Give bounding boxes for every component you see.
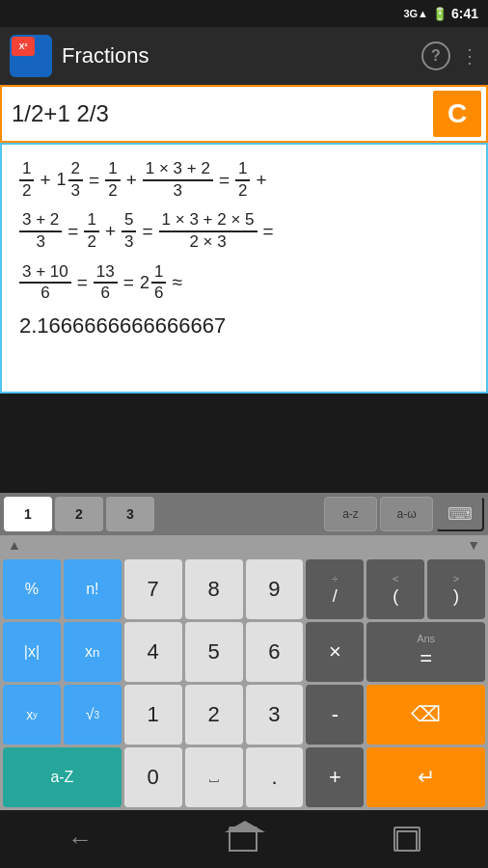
- key-power[interactable]: xn: [64, 622, 122, 682]
- frac-cross: 1 × 3 + 2 × 5 2 × 3: [159, 210, 258, 252]
- decimal-result: 2.1666666666666667: [19, 313, 469, 339]
- keyboard-area: 1 2 3 a-z a-ω ⌨ ▲ ▼ % n! 7 8 9 ÷ / < ( >…: [0, 493, 488, 810]
- time-display: 6:41: [451, 6, 478, 21]
- frac-half-1: 1 2: [19, 159, 34, 201]
- key-4[interactable]: 4: [124, 622, 182, 682]
- frac-5-3: 5 3: [122, 210, 136, 252]
- tab-az[interactable]: a-z: [324, 497, 377, 531]
- battery-icon: 🔋: [432, 7, 447, 21]
- math-line-2: 3 + 2 3 = 1 2 + 5 3 = 1 × 3 + 2 × 5 2 × …: [19, 210, 469, 252]
- math-line-1: 1 2 + 1 2 3 = 1 2 + 1 × 3 + 2 3 = 1 2 +: [19, 159, 469, 201]
- header-icons: ? ⋮: [421, 41, 478, 70]
- app-logo: X²: [10, 35, 52, 77]
- key-backspace[interactable]: ⌫: [366, 685, 485, 745]
- key-0[interactable]: 0: [124, 747, 182, 807]
- key-minus[interactable]: -: [306, 685, 364, 745]
- nav-bar: ←: [0, 810, 488, 868]
- tab-row: 1 2 3 a-z a-ω ⌨: [0, 493, 488, 535]
- key-az-switch[interactable]: a-Z: [3, 747, 122, 807]
- key-plus[interactable]: +: [306, 747, 364, 807]
- key-abs[interactable]: |x|: [3, 622, 61, 682]
- recent-button[interactable]: [393, 827, 420, 852]
- clear-button[interactable]: C: [433, 91, 481, 137]
- home-button[interactable]: [229, 827, 258, 852]
- key-divide[interactable]: ÷ /: [306, 559, 364, 619]
- frac-13-6: 13 6: [94, 262, 118, 304]
- key-space[interactable]: ⎵: [185, 747, 243, 807]
- frac-half-3: 1 2: [235, 159, 250, 201]
- menu-button[interactable]: ⋮: [460, 44, 478, 68]
- tab-1[interactable]: 1: [4, 497, 52, 531]
- tab-3[interactable]: 3: [106, 497, 154, 531]
- mixed-1: 1 2 3: [57, 159, 83, 201]
- signal-icon: 3G▲: [403, 8, 428, 19]
- tab-aomega[interactable]: a-ω: [380, 497, 433, 531]
- recent-icon: [393, 827, 420, 852]
- key-equals[interactable]: Ans =: [366, 622, 485, 682]
- keyboard-toggle-button[interactable]: ⌨: [436, 497, 484, 531]
- frac-half-2: 1 2: [105, 159, 120, 201]
- key-close-paren[interactable]: > ): [427, 559, 485, 619]
- key-xy[interactable]: xy: [3, 685, 61, 745]
- back-button[interactable]: ←: [68, 825, 93, 854]
- key-9[interactable]: 9: [246, 559, 304, 619]
- arrow-row: ▲ ▼: [0, 535, 488, 556]
- frac-1x3p2-3: 1 × 3 + 2 3: [143, 159, 213, 201]
- arrow-down[interactable]: ▼: [467, 537, 480, 555]
- key-3[interactable]: 3: [246, 685, 304, 745]
- tab-2[interactable]: 2: [55, 497, 103, 531]
- key-factorial[interactable]: n!: [64, 559, 122, 619]
- input-field[interactable]: 1/2+1 2/3: [7, 95, 433, 132]
- help-button[interactable]: ?: [421, 41, 450, 70]
- frac-3p10-6: 3 + 10 6: [19, 262, 71, 304]
- home-icon: [229, 827, 258, 852]
- arrow-up[interactable]: ▲: [8, 537, 21, 555]
- app-header: X² Fractions ? ⋮: [0, 27, 488, 85]
- key-7[interactable]: 7: [124, 559, 182, 619]
- frac-half-4: 1 2: [84, 210, 98, 252]
- key-open-paren[interactable]: < (: [366, 559, 424, 619]
- key-sqrt3[interactable]: √3: [64, 685, 122, 745]
- key-dot[interactable]: .: [246, 747, 304, 807]
- status-bar-right: 3G▲ 🔋 6:41: [403, 6, 478, 21]
- key-1[interactable]: 1: [124, 685, 182, 745]
- app-logo-inner: X²: [12, 37, 35, 56]
- status-bar: 3G▲ 🔋 6:41: [0, 0, 488, 27]
- key-enter[interactable]: ↵: [366, 747, 485, 807]
- key-5[interactable]: 5: [185, 622, 243, 682]
- app-title: Fractions: [62, 43, 421, 68]
- key-6[interactable]: 6: [246, 622, 304, 682]
- result-display: 1 2 + 1 2 3 = 1 2 + 1 × 3 + 2 3 = 1 2 +: [0, 143, 488, 393]
- key-multiply[interactable]: ×: [306, 622, 364, 682]
- key-percent[interactable]: %: [3, 559, 61, 619]
- frac-3p2-3: 3 + 2 3: [19, 210, 62, 252]
- mixed-result: 2 1 6: [140, 262, 166, 304]
- math-line-3: 3 + 10 6 = 13 6 = 2 1 6 ≈: [19, 262, 469, 304]
- key-8[interactable]: 8: [185, 559, 243, 619]
- key-2[interactable]: 2: [185, 685, 243, 745]
- input-bar: 1/2+1 2/3 C: [0, 85, 488, 143]
